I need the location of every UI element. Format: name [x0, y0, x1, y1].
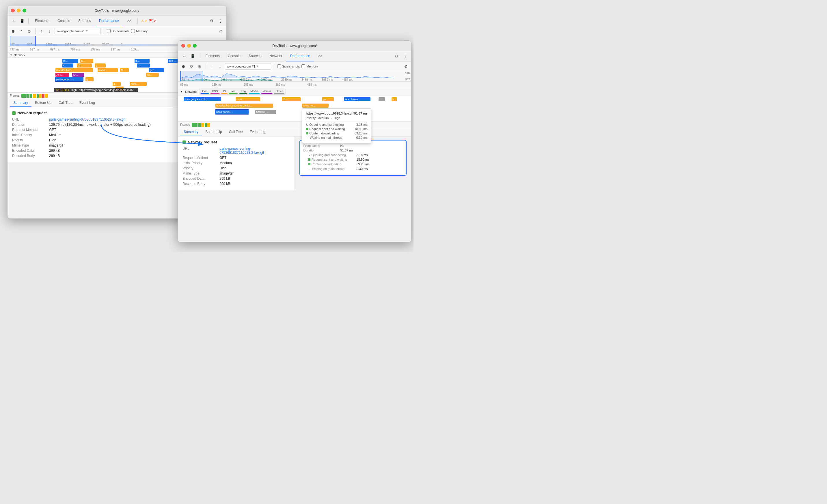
- memory-checkbox-1[interactable]: Memory: [131, 29, 148, 33]
- tab-summary-1[interactable]: Summary: [10, 99, 32, 107]
- reload-button-1[interactable]: ↺: [18, 28, 24, 34]
- close-button-1[interactable]: [11, 9, 15, 12]
- settings-icon-1[interactable]: ⚙: [208, 17, 215, 25]
- screenshots-checkbox-1[interactable]: Screenshots: [107, 29, 129, 33]
- net-bar-paris[interactable]: paris-games-...: [55, 77, 83, 81]
- tab-eventlog-2[interactable]: Event Log: [246, 128, 269, 136]
- minimize-button-1[interactable]: [17, 9, 20, 12]
- filter-img[interactable]: Img: [239, 90, 247, 94]
- tab-console-2[interactable]: Console: [224, 51, 245, 61]
- waiting-row: → Waiting on main thread 0.30 ms: [303, 167, 403, 170]
- upload-button-2[interactable]: ↑: [209, 63, 215, 69]
- net-bar-g1[interactable]: G...: [80, 59, 93, 63]
- net-bar-cr[interactable]: Cr...: [72, 73, 84, 77]
- download-button-2[interactable]: ↓: [217, 63, 223, 69]
- tab-bottomup-2[interactable]: Bottom-Up: [202, 128, 225, 136]
- net-bar-g3[interactable]: g...: [86, 77, 94, 81]
- net-bar2-h[interactable]: h: [392, 97, 397, 101]
- net-bar2-search[interactable]: search (ww...: [344, 97, 371, 101]
- net-bar2-dots[interactable]: ...: [379, 97, 385, 101]
- cursor-icon-2[interactable]: ⊹: [180, 53, 188, 60]
- net-bar-hpba[interactable]: hpba ...: [130, 82, 147, 86]
- filter-js[interactable]: JS: [221, 90, 228, 94]
- net-bar-g4[interactable]: g...: [113, 82, 121, 86]
- memory-input-2[interactable]: [301, 64, 305, 68]
- net-bar-lo[interactable]: lo...: [135, 59, 150, 63]
- net-bar-g2[interactable]: g...: [95, 63, 106, 67]
- tab-bottomup-1[interactable]: Bottom-Up: [32, 99, 55, 107]
- tab-performance-2[interactable]: Performance: [286, 51, 314, 61]
- maximize-button-2[interactable]: [193, 44, 197, 48]
- expand-icon-2[interactable]: ▼: [180, 90, 183, 93]
- device-icon-2[interactable]: 📱: [189, 53, 196, 60]
- device-icon[interactable]: 📱: [18, 17, 26, 25]
- net-bar2-paris[interactable]: paris-games-...: [215, 110, 249, 114]
- net-bar-cb1[interactable]: cb...: [77, 63, 92, 67]
- net-bar2-doc[interactable]: www.google.com/ (...: [184, 97, 221, 101]
- screenshots-input-1[interactable]: [107, 29, 111, 33]
- filter-css[interactable]: CSS: [210, 90, 220, 94]
- settings-icon-2[interactable]: ⚙: [218, 28, 224, 34]
- net-bar-gen2[interactable]: gen...: [149, 68, 164, 72]
- memory-checkbox-2[interactable]: Memory: [301, 64, 318, 68]
- detail-tick2-2: 189 ms: [212, 83, 244, 86]
- net-bar-rs[interactable]: rs...: [62, 59, 78, 63]
- more-icon-1[interactable]: ⋮: [216, 17, 224, 25]
- url-link-1[interactable]: paris-games-surfing-6753651837110528.3-l…: [49, 117, 125, 121]
- screenshots-input-2[interactable]: [277, 64, 281, 68]
- filter-media[interactable]: Media: [249, 90, 260, 94]
- url-link-2[interactable]: paris-games-surfing-6753651837110528.3-l…: [220, 147, 264, 155]
- memory-input-1[interactable]: [131, 29, 135, 33]
- clear-button-1[interactable]: ⊘: [26, 28, 32, 34]
- tab-sources-2[interactable]: Sources: [245, 51, 265, 61]
- record-button-2[interactable]: ⏺: [180, 63, 187, 69]
- filter-font[interactable]: Font: [229, 90, 238, 94]
- net-bar2-msbwi[interactable]: m=sb_wi...: [302, 104, 329, 108]
- filter-wasm[interactable]: Wasm: [261, 90, 273, 94]
- detail-tick-6: 997 ms: [111, 48, 131, 51]
- minimize-button-2[interactable]: [187, 44, 191, 48]
- net-bar-mcdos[interactable]: m=cdos,hsm,...: [55, 68, 93, 72]
- cursor-icon[interactable]: ⊹: [10, 17, 17, 25]
- net-bar-af2[interactable]: AF2...: [55, 73, 69, 77]
- net-bar2-mcdos[interactable]: m=cdos,hsm,jsa,mb4ZUb,d,c...: [215, 104, 273, 108]
- filter-other[interactable]: Other: [274, 90, 284, 94]
- arrow-icon-waiting: →: [308, 167, 311, 170]
- tab-sources-1[interactable]: Sources: [74, 16, 95, 26]
- tab-eventlog-1[interactable]: Event Log: [76, 99, 98, 107]
- net-bar-r[interactable]: r...: [62, 63, 74, 67]
- net-bar2-cb[interactable]: cb=...: [282, 97, 301, 101]
- screenshots-checkbox-2[interactable]: Screenshots: [277, 64, 300, 68]
- chevron-down-icon-1[interactable]: ▾: [86, 29, 88, 33]
- tab-summary-2[interactable]: Summary: [180, 128, 202, 136]
- net-bar-ge1[interactable]: ge...: [146, 73, 159, 77]
- chevron-down-icon-2[interactable]: ▾: [256, 64, 258, 68]
- net-bar-l[interactable]: l...: [137, 63, 150, 67]
- expand-icon-1[interactable]: ▼: [10, 54, 12, 57]
- tab-performance-1[interactable]: Performance: [95, 16, 123, 26]
- tab-elements-2[interactable]: Elements: [201, 51, 224, 61]
- record-button-1[interactable]: ⏺: [10, 28, 16, 34]
- maximize-button-1[interactable]: [22, 9, 26, 12]
- filter-doc[interactable]: Doc: [200, 90, 209, 94]
- clear-button-2[interactable]: ⊘: [196, 63, 203, 69]
- more-icon-2[interactable]: ⋮: [401, 53, 409, 60]
- tab-more-1[interactable]: >>: [123, 16, 135, 26]
- settings-icon-3[interactable]: ⚙: [393, 53, 400, 60]
- tab-calltree-2[interactable]: Call Tree: [226, 128, 246, 136]
- settings-icon-4[interactable]: ⚙: [402, 63, 409, 69]
- tab-more-2[interactable]: >>: [314, 51, 326, 61]
- reload-button-2[interactable]: ↺: [188, 63, 195, 69]
- tab-console-1[interactable]: Console: [53, 16, 74, 26]
- net-bar-msb[interactable]: m=sb...: [98, 68, 118, 72]
- net-bar2-desktop[interactable]: desktop_...: [255, 110, 276, 114]
- download-button-1[interactable]: ↓: [47, 28, 53, 34]
- tab-elements-1[interactable]: Elements: [31, 16, 53, 26]
- close-button-2[interactable]: [181, 44, 185, 48]
- net-bar2-ge[interactable]: ge...: [322, 97, 334, 101]
- tab-calltree-1[interactable]: Call Tree: [55, 99, 76, 107]
- tab-network-2[interactable]: Network: [265, 51, 286, 61]
- upload-button-1[interactable]: ↑: [38, 28, 45, 34]
- net-bar2-rs[interactable]: rs=A...: [236, 97, 260, 101]
- net-bar-r2[interactable]: R...: [120, 68, 129, 72]
